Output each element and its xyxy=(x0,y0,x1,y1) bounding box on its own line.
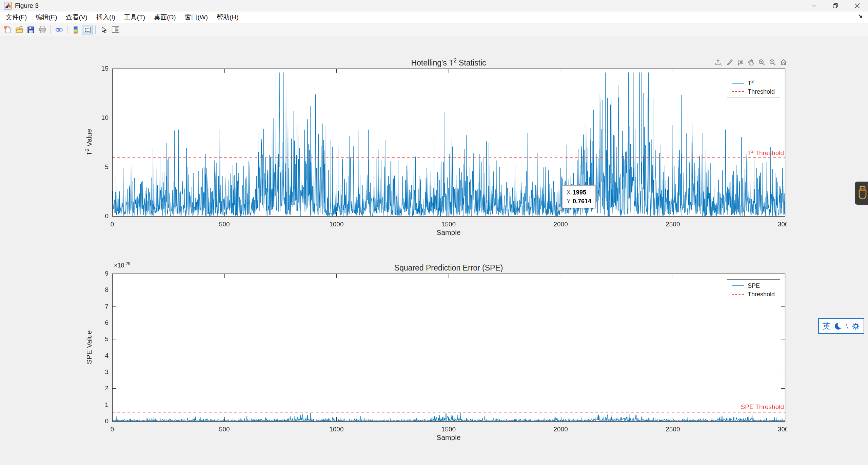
spe-line-sample xyxy=(732,285,744,286)
window-title: Figure 3 xyxy=(15,2,39,10)
legend-entry-threshold[interactable]: Threshold xyxy=(727,87,780,96)
t2-ylabel: T2 Value xyxy=(84,91,94,193)
usb-device-widget[interactable] xyxy=(855,182,868,205)
restore-button[interactable] xyxy=(825,0,846,12)
ime-punctuation-toggle[interactable]: ’, xyxy=(846,322,848,330)
insert-colorbar-icon xyxy=(72,26,80,34)
menu-help[interactable]: 帮助(H) xyxy=(212,12,243,23)
save-figure-icon xyxy=(27,26,35,34)
t2-line-sample xyxy=(732,83,744,83)
datatip-box[interactable]: X1995 Y0.7614 xyxy=(562,185,596,208)
datatip-x-label: X xyxy=(567,189,571,196)
close-button[interactable] xyxy=(846,0,868,12)
legend-entry-threshold[interactable]: Threshold xyxy=(727,290,780,298)
minimize-icon xyxy=(812,4,816,8)
legend-label: T2 xyxy=(748,79,754,87)
insert-colorbar-button[interactable] xyxy=(70,25,81,35)
legend-label: Threshold xyxy=(748,290,775,298)
link-plot-icon xyxy=(55,25,63,34)
menu-view[interactable]: 查看(V) xyxy=(62,12,92,23)
edit-plot-cursor-icon xyxy=(100,26,107,34)
open-file-icon xyxy=(15,25,24,34)
save-figure-button[interactable] xyxy=(25,25,36,35)
new-figure-icon xyxy=(4,26,12,34)
menu-bar: 文件(F) 编辑(E) 查看(V) 插入(I) 工具(T) 桌面(D) 窗口(W… xyxy=(0,12,868,23)
t2-chart-canvas[interactable] xyxy=(88,64,787,232)
datatip-y-label: Y xyxy=(567,198,571,205)
print-figure-button[interactable] xyxy=(37,25,48,35)
menu-file[interactable]: 文件(F) xyxy=(1,12,31,23)
legend-entry-spe[interactable]: SPE xyxy=(727,281,780,290)
property-inspector-icon xyxy=(111,25,120,34)
spe-legend[interactable]: SPE Threshold xyxy=(727,279,780,300)
t2-threshold-label: T2 Threshold xyxy=(726,149,784,157)
datatip-y-value: 0.7614 xyxy=(573,198,591,205)
toolbar-separator xyxy=(67,25,67,34)
spe-chart-canvas[interactable] xyxy=(88,269,787,438)
legend-label: Threshold xyxy=(748,88,775,95)
minimize-button[interactable] xyxy=(803,0,825,12)
input-method-bar[interactable]: 英 ’, xyxy=(818,318,864,334)
dock-figure-arrow-icon[interactable] xyxy=(858,14,863,19)
t2-xlabel: Sample xyxy=(112,228,785,237)
t2-legend[interactable]: T2 Threshold xyxy=(727,77,780,97)
insert-legend-icon xyxy=(83,26,91,34)
close-icon xyxy=(855,3,860,8)
spe-xlabel: Sample xyxy=(112,433,785,442)
datatip-x-value: 1995 xyxy=(573,189,586,196)
threshold-line-sample xyxy=(732,91,744,92)
menu-desktop[interactable]: 桌面(D) xyxy=(150,12,180,23)
spe-threshold-label: SPE Threshold xyxy=(722,403,784,411)
edit-plot-button[interactable] xyxy=(98,25,109,35)
menu-edit[interactable]: 编辑(E) xyxy=(31,12,61,23)
property-inspector-button[interactable] xyxy=(110,25,121,35)
print-figure-icon xyxy=(38,25,47,34)
matlab-logo-icon xyxy=(4,2,12,10)
link-plot-button[interactable] xyxy=(54,25,64,35)
toolbar-separator xyxy=(95,25,96,34)
menu-tools[interactable]: 工具(T) xyxy=(120,12,150,23)
legend-entry-t2[interactable]: T2 xyxy=(727,79,780,87)
menu-window[interactable]: 窗口(W) xyxy=(180,12,213,23)
ime-moon-icon[interactable] xyxy=(834,322,842,330)
figure-canvas-area: Hotelling's T2 Statistic xyxy=(0,36,868,465)
new-figure-button[interactable] xyxy=(2,25,13,35)
window-titlebar[interactable]: Figure 3 xyxy=(0,0,868,12)
usb-device-icon xyxy=(857,185,868,201)
ime-settings-gear-icon[interactable] xyxy=(852,322,860,330)
threshold-line-sample xyxy=(732,294,744,295)
spe-y-exponent: ×10-29 xyxy=(114,261,130,269)
datatip-marker[interactable] xyxy=(557,206,562,211)
toolbar-separator xyxy=(51,25,51,34)
legend-label: SPE xyxy=(748,282,760,290)
open-file-button[interactable] xyxy=(14,25,25,35)
figure-toolbar xyxy=(0,23,868,36)
ime-language-toggle[interactable]: 英 xyxy=(823,321,830,331)
insert-legend-button[interactable] xyxy=(82,25,93,35)
spe-ylabel: SPE Value xyxy=(84,296,94,398)
restore-icon xyxy=(833,3,838,8)
menu-insert[interactable]: 插入(I) xyxy=(92,12,120,23)
